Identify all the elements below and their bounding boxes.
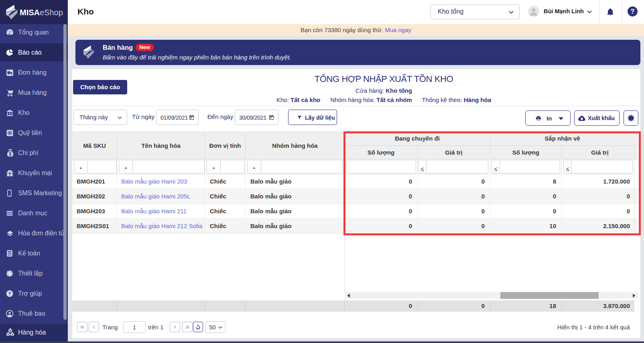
svg-text:?: ? (8, 291, 11, 296)
